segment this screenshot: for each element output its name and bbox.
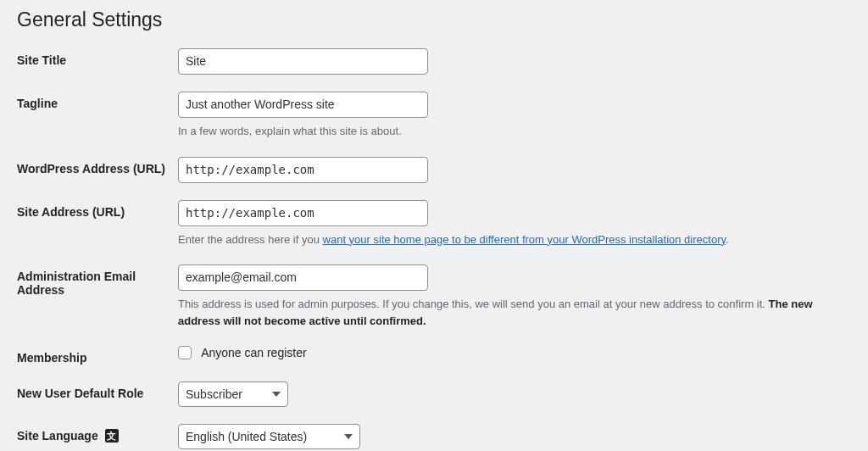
tagline-description: In a few words, explain what this site i… (178, 123, 851, 140)
row-tagline: Tagline In a few words, explain what thi… (17, 92, 851, 140)
row-default-role: New User Default Role Subscriber (17, 381, 851, 407)
site-language-select[interactable]: English (United States) (178, 424, 360, 449)
row-site-language: Site Language 文 English (United States) (17, 424, 851, 449)
site-title-input[interactable] (178, 48, 428, 75)
label-site-language: Site Language 文 (17, 424, 178, 443)
membership-checkbox[interactable] (178, 346, 192, 359)
label-default-role: New User Default Role (17, 381, 178, 400)
row-site-address: Site Address (URL) Enter the address her… (17, 200, 851, 248)
admin-email-description: This address is used for admin purposes.… (178, 296, 851, 329)
row-admin-email: Administration Email Address This addres… (17, 264, 851, 329)
label-site-title: Site Title (17, 48, 178, 67)
admin-email-input[interactable] (178, 264, 428, 291)
membership-checkbox-label[interactable]: Anyone can register (178, 346, 307, 359)
label-admin-email: Administration Email Address (17, 264, 178, 297)
site-address-help-link[interactable]: want your site home page to be different… (323, 233, 726, 246)
label-membership: Membership (17, 346, 178, 365)
page-title: General Settings (17, 8, 851, 31)
default-role-select[interactable]: Subscriber (178, 381, 288, 407)
tagline-input[interactable] (178, 92, 428, 118)
label-wp-address: WordPress Address (URL) (17, 157, 178, 175)
site-address-description: Enter the address here if you want your … (178, 231, 851, 248)
row-wp-address: WordPress Address (URL) (17, 157, 851, 183)
wp-address-input[interactable] (178, 157, 428, 183)
translate-icon: 文 (105, 429, 119, 443)
row-membership: Membership Anyone can register (17, 346, 851, 365)
label-tagline: Tagline (17, 92, 178, 110)
row-site-title: Site Title (17, 48, 851, 75)
site-address-input[interactable] (178, 200, 428, 226)
label-site-address: Site Address (URL) (17, 200, 178, 219)
